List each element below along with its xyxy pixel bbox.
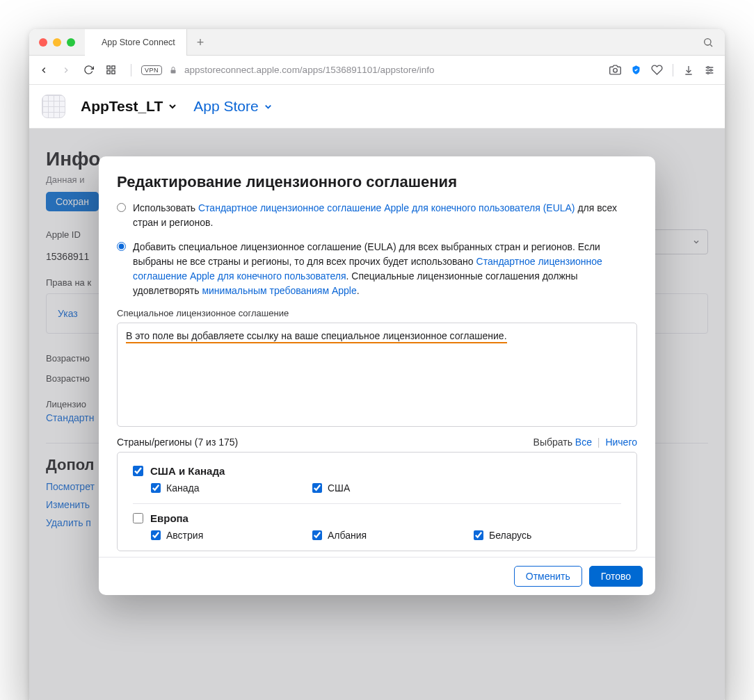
tab-title: App Store Connect — [102, 38, 175, 47]
url-toolbar: VPN appstoreconnect.apple.com/apps/15368… — [29, 56, 725, 85]
url-field[interactable]: appstoreconnect.apple.com/apps/153689110… — [184, 65, 602, 75]
standard-eula-link[interactable]: Стандартное лицензионное соглашение Appl… — [198, 202, 575, 213]
app-icon-placeholder — [42, 95, 65, 118]
section-name: App Store — [193, 98, 258, 115]
section-dropdown[interactable]: App Store — [193, 98, 273, 115]
group-name: Европа — [150, 512, 188, 524]
app-name: AppTest_LT — [81, 98, 163, 115]
chevron-down-icon — [167, 101, 178, 112]
group-checkbox-us-canada[interactable] — [133, 466, 143, 476]
eula-text-content: В это поле вы добавляете ссылку на ваше … — [126, 330, 507, 343]
svg-rect-3 — [112, 66, 115, 69]
eula-field-label: Специальное лицензионное соглашение — [117, 308, 637, 318]
svg-rect-2 — [107, 66, 110, 69]
cancel-button[interactable]: Отменить — [514, 566, 582, 587]
svg-point-14 — [707, 72, 709, 74]
country-canada[interactable]: Канада — [151, 482, 298, 494]
select-links: Выбрать Все | Ничего — [534, 437, 637, 448]
radio-standard-text: Использовать Стандартное лицензионное со… — [133, 201, 637, 230]
country-albania[interactable]: Албания — [312, 530, 460, 541]
svg-line-1 — [710, 44, 712, 47]
regions-box: США и Канада Канада США Европа — [117, 452, 637, 551]
favorite-icon[interactable] — [651, 64, 663, 76]
shield-icon[interactable] — [631, 65, 641, 75]
svg-rect-4 — [107, 71, 110, 74]
svg-rect-5 — [112, 71, 115, 74]
titlebar: App Store Connect + — [29, 29, 725, 56]
page-body: Инфо Данная и Сохран Apple ID 15368911 П… — [29, 129, 725, 700]
download-icon[interactable] — [683, 65, 694, 76]
modal-overlay: Редактирование лицензионного соглашения … — [29, 129, 725, 700]
svg-point-13 — [710, 69, 712, 71]
apps-button[interactable] — [106, 65, 121, 75]
svg-point-0 — [705, 38, 711, 44]
radio-custom-text: Добавить специальное лицензионное соглаш… — [133, 240, 637, 298]
modal-title: Редактирование лицензионного соглашения — [117, 173, 637, 191]
country-austria[interactable]: Австрия — [151, 530, 298, 541]
forward-button[interactable] — [61, 65, 77, 75]
modal-footer: Отменить Готово — [99, 557, 655, 595]
window-controls — [29, 38, 85, 47]
group-name: США и Канада — [150, 465, 225, 477]
screenshot-icon[interactable] — [609, 64, 621, 76]
search-icon[interactable] — [703, 37, 714, 48]
settings-icon[interactable] — [704, 65, 715, 76]
group-checkbox-europe[interactable] — [133, 513, 143, 523]
back-button[interactable] — [39, 65, 54, 75]
region-group-us-canada[interactable]: США и Канада — [133, 465, 621, 477]
new-tab-button[interactable]: + — [187, 36, 214, 49]
eula-modal: Редактирование лицензионного соглашения … — [99, 156, 655, 595]
maximize-window-button[interactable] — [67, 38, 75, 47]
eula-textarea[interactable]: В это поле вы добавляете ссылку на ваше … — [117, 323, 637, 427]
browser-tab[interactable]: App Store Connect — [85, 29, 187, 56]
reload-button[interactable] — [83, 65, 99, 75]
done-button[interactable]: Готово — [589, 566, 643, 587]
browser-window: App Store Connect + VPN appstoreconnect.… — [29, 29, 725, 700]
country-belarus[interactable]: Беларусь — [474, 530, 621, 541]
app-name-dropdown[interactable]: AppTest_LT — [81, 98, 178, 115]
svg-point-7 — [613, 68, 618, 72]
radio-standard-eula[interactable]: Использовать Стандартное лицензионное со… — [117, 201, 637, 230]
svg-point-12 — [707, 66, 709, 68]
region-group-europe[interactable]: Европа — [133, 512, 621, 524]
svg-rect-6 — [171, 70, 176, 73]
country-usa[interactable]: США — [312, 482, 460, 494]
select-none-link[interactable]: Ничего — [605, 437, 637, 448]
vpn-badge: VPN — [141, 65, 162, 75]
group-divider — [133, 503, 621, 504]
close-window-button[interactable] — [39, 38, 47, 47]
min-requirements-link[interactable]: минимальным требованиям Apple — [202, 285, 356, 296]
toolbar-divider — [131, 64, 131, 76]
chevron-down-icon — [263, 101, 273, 112]
lock-icon — [169, 66, 177, 74]
app-breadcrumb: AppTest_LT App Store — [29, 85, 725, 129]
regions-count-label: Страны/регионы (7 из 175) — [117, 437, 238, 448]
select-all-link[interactable]: Все — [575, 437, 592, 448]
radio-standard-input[interactable] — [117, 203, 126, 212]
radio-custom-eula[interactable]: Добавить специальное лицензионное соглаш… — [117, 240, 637, 298]
minimize-window-button[interactable] — [53, 38, 61, 47]
toolbar-divider — [673, 64, 673, 76]
radio-custom-input[interactable] — [117, 242, 126, 251]
